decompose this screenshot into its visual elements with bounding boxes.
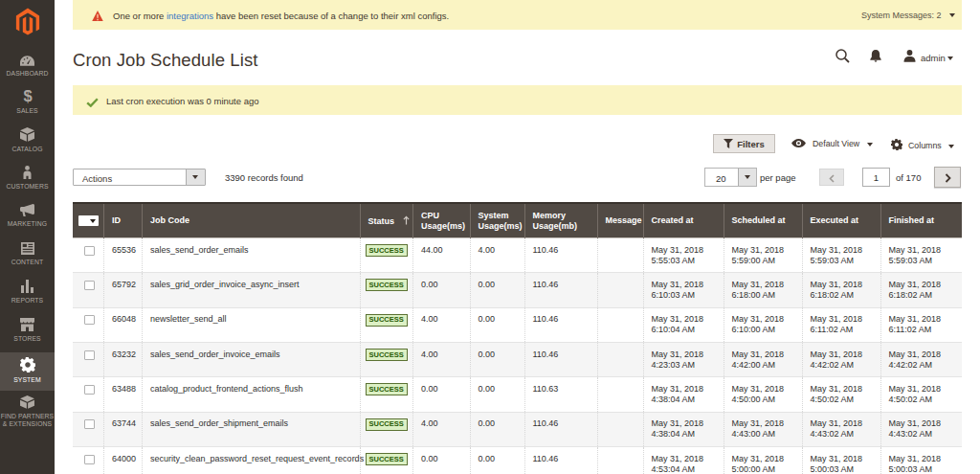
svg-text:$: $ — [23, 87, 32, 103]
